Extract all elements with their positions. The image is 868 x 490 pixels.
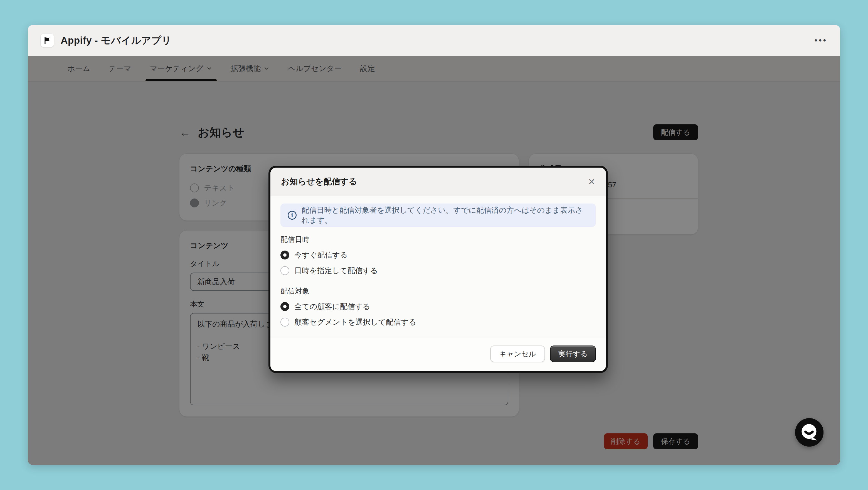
- window-header: Appify - モバイルアプリ •••: [28, 25, 840, 56]
- app-title: Appify - モバイルアプリ: [61, 34, 172, 47]
- radio-label: 今すぐ配信する: [294, 250, 348, 260]
- cancel-button[interactable]: キャンセル: [490, 346, 545, 362]
- schedule-group-label: 配信日時: [280, 235, 596, 244]
- app-logo: [41, 34, 54, 47]
- info-banner-text: 配信日時と配信対象者を選択してください。すでに配信済の方へはそのまま表示されます…: [302, 205, 589, 225]
- radio-icon[interactable]: [280, 266, 289, 275]
- audience-group-label: 配信対象: [280, 286, 596, 296]
- audience-options: 全ての顧客に配信する 顧客セグメントを選択して配信する: [280, 299, 596, 330]
- publish-modal: お知らせを配信する ✕ i 配信日時と配信対象者を選択してください。すでに配信済…: [269, 166, 608, 373]
- schedule-options: 今すぐ配信する 日時を指定して配信する: [280, 247, 596, 279]
- submit-button[interactable]: 実行する: [550, 346, 596, 362]
- modal-title: お知らせを配信する: [281, 176, 357, 188]
- chat-bubble-icon: [795, 418, 824, 446]
- radio-option-all-customers[interactable]: 全ての顧客に配信する: [280, 299, 596, 314]
- info-banner: i 配信日時と配信対象者を選択してください。すでに配信済の方へはそのまま表示され…: [280, 203, 596, 227]
- radio-label: 全ての顧客に配信する: [294, 301, 370, 312]
- ellipsis-menu-icon[interactable]: •••: [814, 36, 827, 45]
- radio-option-send-scheduled[interactable]: 日時を指定して配信する: [280, 263, 596, 279]
- radio-icon[interactable]: [280, 318, 289, 326]
- modal-header: お知らせを配信する ✕: [271, 168, 606, 196]
- modal-body: i 配信日時と配信対象者を選択してください。すでに配信済の方へはそのまま表示され…: [271, 196, 606, 330]
- chat-launcher-button[interactable]: [795, 418, 824, 446]
- radio-label: 日時を指定して配信する: [294, 266, 378, 276]
- close-icon[interactable]: ✕: [588, 177, 595, 186]
- radio-option-customer-segment[interactable]: 顧客セグメントを選択して配信する: [280, 314, 596, 330]
- radio-icon[interactable]: [280, 302, 289, 311]
- modal-footer: キャンセル 実行する: [271, 338, 606, 371]
- radio-icon[interactable]: [280, 251, 289, 259]
- radio-option-send-now[interactable]: 今すぐ配信する: [280, 247, 596, 263]
- radio-label: 顧客セグメントを選択して配信する: [294, 317, 416, 327]
- flag-icon: [43, 36, 52, 45]
- info-icon: i: [288, 211, 297, 220]
